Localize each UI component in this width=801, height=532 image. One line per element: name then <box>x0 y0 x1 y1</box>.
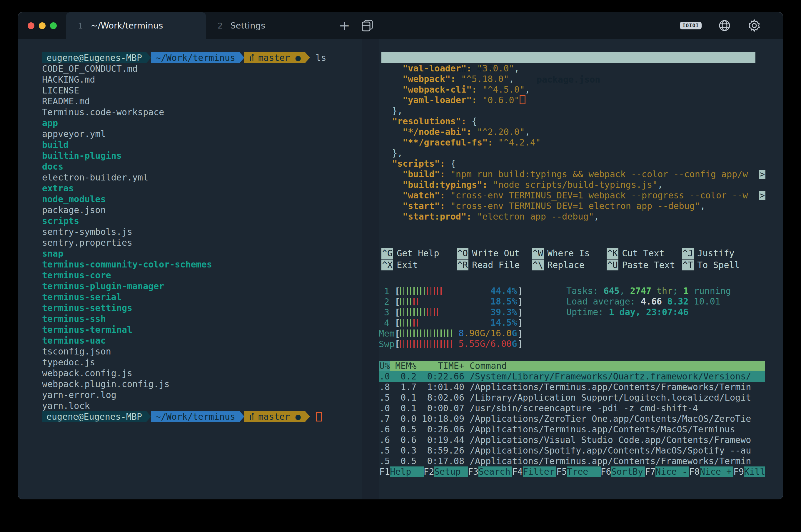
nano-shortcut[interactable]: ^\Replace <box>532 260 607 271</box>
nano-shortcut[interactable]: ^JJustify <box>682 248 740 260</box>
process-row[interactable]: .6 0.5 0:26.06 /Applications/Terminus.ap… <box>379 424 765 435</box>
terminus-window: 1 ~/Work/terminus 2 Settings + IOIOI <box>18 12 783 499</box>
zoom-button[interactable] <box>50 22 57 29</box>
process-table-header[interactable]: U% MEM% TIME+ Command <box>379 361 765 371</box>
minimize-button[interactable] <box>39 22 45 29</box>
meter-tick-green <box>437 329 439 337</box>
function-key-number: F9 <box>733 467 744 477</box>
nano-shortcut[interactable]: ^TTo Spell <box>682 260 740 271</box>
process-row[interactable]: .6 0.6 0:19.44 /Applications/Visual Stud… <box>379 435 765 445</box>
powerline-arrow-icon <box>240 411 244 422</box>
meter-label: 3 <box>379 307 395 318</box>
meter-tick-green <box>404 329 405 337</box>
close-button[interactable] <box>27 22 34 29</box>
function-key[interactable]: F1Help <box>379 467 424 477</box>
directory-name: scripts <box>42 216 79 226</box>
nano-line: "val-loader": "3.0.0", <box>381 63 767 74</box>
ls-output-line: terminus-serial <box>42 291 361 302</box>
prompt-cwd: ~/Work/terminus <box>151 411 240 422</box>
htop-process-table[interactable]: U% MEM% TIME+ Command.0 0.2 0:22.66 /Sys… <box>379 361 765 467</box>
function-key[interactable]: F8Nice + <box>689 467 734 477</box>
ls-output-line: yarn-error.log <box>42 390 361 400</box>
function-key[interactable]: F7Nice - <box>645 467 689 477</box>
function-key[interactable]: F9Kill <box>733 467 765 477</box>
function-key[interactable]: F3Search <box>468 467 512 477</box>
meter-label: 2 <box>379 297 395 307</box>
nano-shortcut[interactable]: ^KCut Text <box>607 248 682 260</box>
meter-tick-green <box>407 308 408 316</box>
function-key-action: SortBy <box>611 467 645 477</box>
shell-prompt: eugene@Eugenes-MBP~/Work/terminusmaster … <box>42 52 361 63</box>
sort-column-header[interactable]: U% <box>379 361 390 371</box>
nano-shortcut[interactable]: ^UPaste Text <box>607 260 682 271</box>
meter-tick-red <box>430 308 432 316</box>
nano-title-bar: GNU nano 4.5 package.json <box>381 52 756 63</box>
ls-output-line: sentry.properties <box>42 237 361 248</box>
meter-tick-green <box>404 319 405 326</box>
gear-icon[interactable] <box>747 19 761 32</box>
pane-divider[interactable] <box>362 39 379 499</box>
htop-summary-line: Tasks: 645, 2747 thr; 1 running <box>566 286 731 296</box>
function-key[interactable]: F4Filter <box>512 467 557 477</box>
process-row[interactable]: .7 0.0 10:18.09 /Applications/ZeroTier O… <box>379 414 765 424</box>
nano-shortcut[interactable]: ^XExit <box>381 260 457 271</box>
meter-label: Swp <box>379 339 395 349</box>
nano-shortcut[interactable]: ^WWhere Is <box>532 248 607 260</box>
nano-shortcut[interactable]: ^OWrite Out <box>457 248 532 260</box>
process-row[interactable]: .0 0.1 0:00.07 /usr/sbin/screencapture -… <box>379 403 765 414</box>
function-key[interactable]: F2Setup <box>424 467 468 477</box>
meter-tick-green <box>407 298 408 305</box>
file-name: Terminus.code-workspace <box>42 107 164 117</box>
htop-function-key-bar: F1Help F2Setup F3SearchF4FilterF5Tree F6… <box>379 467 765 477</box>
serial-port-icon[interactable]: IOIOI <box>680 22 702 30</box>
process-row[interactable]: .5 0.3 8:59.26 /Applications/Spotify.app… <box>379 445 765 456</box>
nano-shortcut[interactable]: ^RRead File <box>457 260 532 271</box>
nano-line: "start": "cross-env TERMINUS_DEV=1 elect… <box>381 201 767 211</box>
ls-output-line: sentry-symbols.js <box>42 226 361 237</box>
nano-editor[interactable]: "val-loader": "3.0.0", "webpack": "^5.18… <box>381 63 767 222</box>
process-row[interactable]: .8 1.7 1:01.40 /Applications/Terminus.ap… <box>379 382 765 393</box>
meter-tick-green <box>413 287 415 295</box>
directory-name: terminus-plugin-manager <box>42 281 164 291</box>
meter-tick-green <box>400 308 401 316</box>
meter-tick-red <box>434 340 435 348</box>
shortcut-key: ^K <box>607 248 618 259</box>
meter-tick-green <box>420 329 422 337</box>
meter-tick-red <box>417 319 418 326</box>
duplicate-window-icon[interactable] <box>361 12 374 39</box>
tab-settings[interactable]: 2 Settings <box>206 12 323 39</box>
line-continuation-marker: > <box>759 170 765 179</box>
file-name: yarn-error.log <box>42 390 116 400</box>
function-key-number: F6 <box>601 467 611 477</box>
meter-tick-red <box>437 340 439 348</box>
function-key[interactable]: F6SortBy <box>601 467 645 477</box>
ls-output-line: electron-builder.yml <box>42 172 361 183</box>
directory-name: node_modules <box>42 194 106 204</box>
nano-line: "*/node-abi": "^2.20.0", <box>381 127 767 137</box>
meter-tick-green <box>434 329 435 337</box>
process-row[interactable]: .0 0.2 0:22.66 /System/Library/Framework… <box>379 371 765 382</box>
meter-tick-green <box>417 329 418 337</box>
git-branch-name: master ● <box>258 52 301 63</box>
nano-shortcut[interactable]: ^GGet Help <box>381 248 457 260</box>
meter-tick-green <box>400 287 401 295</box>
function-key-number: F4 <box>512 467 523 477</box>
function-key[interactable]: F5Tree <box>556 467 601 477</box>
meter-tick-red <box>441 340 442 348</box>
file-name: webpack.config.js <box>42 368 132 378</box>
nano-line: "build:typings": "node scripts/build-typ… <box>381 179 767 190</box>
ls-output-line: appveyor.yml <box>42 129 361 139</box>
meter-tick-red <box>424 340 425 348</box>
process-row[interactable]: .5 0.1 8:02.06 /Library/Application Supp… <box>379 393 765 403</box>
meter-bar: 39.3% <box>400 307 518 318</box>
shortcut-label: Paste Text <box>618 260 675 270</box>
meter-label: Mem <box>379 328 395 339</box>
typed-command: ls <box>310 52 327 63</box>
file-name: package.json <box>42 205 106 215</box>
new-tab-button[interactable]: + <box>335 12 354 39</box>
process-row[interactable]: .5 0.5 0:17.08 /Applications/Terminus.ap… <box>379 456 765 467</box>
terminal-pane-left[interactable]: eugene@Eugenes-MBP~/Work/terminusmaster … <box>42 52 361 422</box>
shortcut-label: Get Help <box>393 248 439 258</box>
globe-icon[interactable] <box>718 19 731 32</box>
tab-work-terminus[interactable]: 1 ~/Work/terminus <box>66 12 206 39</box>
